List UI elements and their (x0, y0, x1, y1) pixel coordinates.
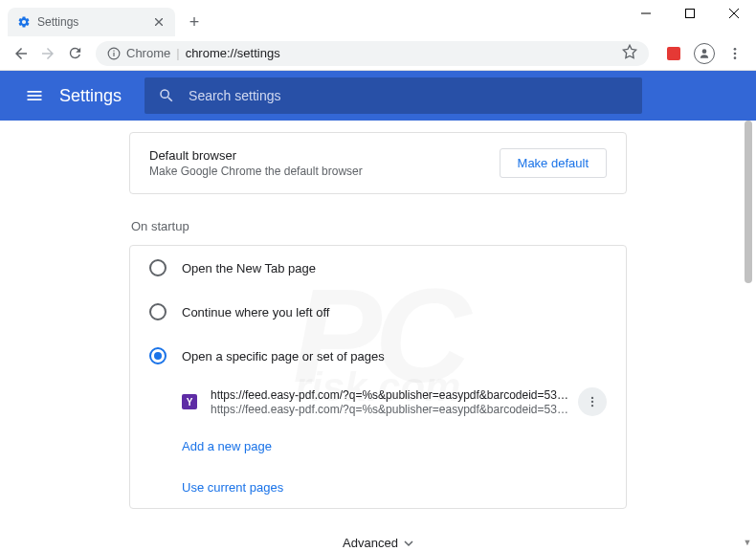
radio-icon-checked (149, 347, 167, 364)
forward-button[interactable] (34, 40, 61, 67)
settings-page-title: Settings (59, 86, 122, 106)
add-new-page-link[interactable]: Add a new page (130, 426, 626, 467)
window-close-button[interactable] (712, 0, 756, 27)
tab-title: Settings (37, 15, 78, 29)
default-browser-subtitle: Make Google Chrome the default browser (149, 165, 363, 178)
tab-close-button[interactable] (152, 15, 166, 29)
omnibox-path: chrome://settings (186, 46, 280, 60)
back-button[interactable] (8, 40, 34, 67)
startup-page-more-button[interactable] (578, 387, 607, 416)
startup-page-url: https://feed.easy-pdf.com/?q=%s&publishe… (211, 403, 570, 416)
svg-point-11 (734, 52, 737, 55)
reload-button[interactable] (61, 40, 88, 67)
default-browser-card: Default browser Make Google Chrome the d… (129, 132, 627, 194)
svg-rect-15 (28, 99, 42, 100)
make-default-button[interactable]: Make default (500, 148, 607, 178)
svg-point-10 (734, 48, 737, 51)
settings-search-box[interactable] (145, 77, 642, 114)
more-vert-icon (586, 395, 599, 408)
radio-icon (149, 303, 167, 320)
address-bar[interactable]: Chrome | chrome://settings (96, 41, 649, 66)
scroll-down-arrow-icon[interactable]: ▼ (741, 536, 754, 549)
window-minimize-button[interactable] (624, 0, 668, 27)
advanced-label: Advanced (343, 536, 398, 550)
startup-page-title: https://feed.easy-pdf.com/?q=%s&publishe… (211, 388, 570, 402)
profile-avatar[interactable] (691, 40, 718, 67)
chevron-down-icon (404, 539, 413, 548)
on-startup-heading: On startup (129, 219, 627, 233)
svg-point-16 (591, 397, 593, 399)
svg-rect-13 (28, 91, 42, 93)
new-tab-button[interactable]: + (181, 9, 208, 35)
svg-point-18 (591, 405, 593, 407)
svg-rect-1 (686, 10, 695, 18)
svg-point-12 (734, 56, 737, 59)
bookmark-star-icon[interactable] (622, 44, 637, 62)
advanced-toggle[interactable]: Advanced (343, 536, 413, 550)
startup-option-label: Open the New Tab page (182, 261, 316, 276)
settings-menu-button[interactable] (15, 77, 54, 115)
scrollbar-thumb[interactable] (745, 121, 752, 283)
startup-option-specific-pages[interactable]: Open a specific page or set of pages (130, 334, 626, 378)
startup-option-label: Open a specific page or set of pages (182, 349, 385, 364)
search-icon (158, 87, 175, 104)
settings-search-input[interactable] (189, 88, 629, 103)
svg-rect-7 (113, 52, 114, 55)
svg-rect-14 (28, 95, 42, 97)
startup-page-entry: Y https://feed.easy-pdf.com/?q=%s&publis… (130, 378, 626, 426)
page-favicon: Y (182, 394, 197, 409)
default-browser-title: Default browser (149, 148, 363, 163)
on-startup-card: Open the New Tab page Continue where you… (129, 245, 627, 509)
browser-tab[interactable]: Settings (8, 8, 175, 36)
radio-icon (149, 259, 167, 276)
extension-icon[interactable] (660, 40, 687, 67)
settings-icon (17, 15, 31, 29)
startup-option-label: Continue where you left off (182, 305, 329, 320)
window-maximize-button[interactable] (668, 0, 712, 27)
browser-menu-button[interactable] (722, 40, 748, 67)
omnibox-divider: | (176, 46, 179, 60)
svg-rect-8 (113, 50, 114, 51)
svg-point-9 (702, 49, 707, 54)
svg-point-17 (591, 401, 593, 403)
info-icon (107, 47, 121, 60)
startup-option-new-tab[interactable]: Open the New Tab page (130, 246, 626, 290)
use-current-pages-link[interactable]: Use current pages (130, 467, 626, 508)
startup-option-continue[interactable]: Continue where you left off (130, 290, 626, 334)
omnibox-origin: Chrome (126, 46, 170, 60)
